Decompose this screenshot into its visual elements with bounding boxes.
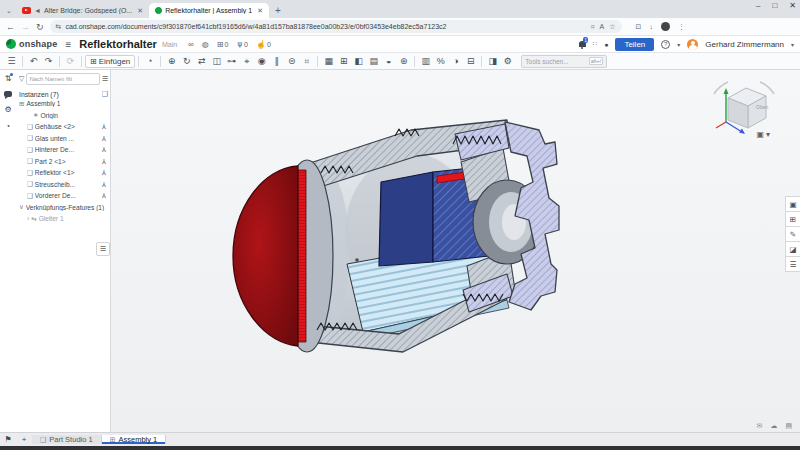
comments-tab-icon[interactable] [4, 91, 12, 97]
passkey-icon[interactable]: ⌗ [591, 23, 595, 31]
mate-connector-icon[interactable]: Y [102, 158, 106, 165]
planar-mate-icon[interactable]: ◫ [209, 55, 224, 68]
mate-relation-icon[interactable]: ⊞ [336, 55, 351, 68]
help-caret-icon[interactable]: ▾ [677, 41, 680, 48]
back-icon[interactable]: ← [6, 22, 15, 32]
assembly-3d-model[interactable] [111, 70, 800, 432]
list-options-icon[interactable]: ☰ [102, 75, 108, 83]
assembly-list-icon[interactable]: ☰ [4, 55, 19, 68]
tree-item-part[interactable]: ❑Part 2 <1>Y [19, 156, 108, 168]
chevron-right-icon[interactable]: › [27, 215, 29, 222]
display-states-icon[interactable]: ◑ [448, 55, 463, 68]
message-icon[interactable]: ✉ [757, 422, 763, 430]
mate-features-header[interactable]: ∨Verknüpfungs-Features (1) [19, 202, 108, 214]
tree-item-part[interactable]: ❑Hinterer De...Y [19, 144, 108, 156]
tab-search-icon[interactable]: ⌄ [4, 6, 14, 16]
help-button[interactable]: ? [661, 40, 670, 49]
user-avatar[interactable] [687, 39, 698, 50]
revolute-mate-icon[interactable]: ↻ [179, 55, 194, 68]
mate-connector-icon[interactable]: Y [102, 135, 106, 142]
workspace-name[interactable]: Main [162, 41, 177, 48]
browser-tab-youtube[interactable]: ◄ Alter Bridge: Godspeed (O... ✕ [16, 3, 149, 18]
circular-pattern-icon[interactable]: ◒ [381, 55, 396, 68]
undo-icon[interactable]: ↶ [26, 55, 41, 68]
instances-panel-icon[interactable]: ❑ [102, 90, 108, 98]
omnibox[interactable]: ⇆ cad.onshape.com/documents/c9f301870ef6… [50, 20, 622, 33]
render-panel-icon[interactable]: ▣ [785, 196, 800, 212]
bookmark-star-icon[interactable]: ☆ [609, 23, 615, 31]
parallel-mate-icon[interactable]: ∥ [269, 55, 284, 68]
tool-search-input[interactable]: Tools suchen...alt+/ [521, 55, 607, 68]
tree-item-part[interactable]: ❑Vorderer De...Y [19, 190, 108, 202]
device-icon[interactable]: ▤ [785, 422, 792, 430]
add-element-button[interactable]: + [16, 433, 32, 446]
section-panel-icon[interactable]: ◪ [785, 241, 800, 257]
graphics-viewport[interactable]: Oben ▣ ▾ ▣⊞✎◪☰ ✉☁▤ [111, 70, 800, 432]
history-icon[interactable]: ◔ [142, 55, 157, 68]
notifications-bell-icon[interactable]: 1 [579, 41, 586, 47]
slider-mate-icon[interactable]: ⇄ [194, 55, 209, 68]
settings-icon[interactable]: ⚙ [500, 55, 515, 68]
tab-close-icon[interactable]: ✕ [137, 7, 143, 15]
copy-document-icon[interactable]: ⊞ [217, 40, 224, 49]
snapshot-icon[interactable]: ◧ [351, 55, 366, 68]
mate-connector-icon[interactable]: Y [102, 123, 106, 130]
edit-panel-icon[interactable]: ✎ [785, 226, 800, 242]
filter-icon[interactable]: ▽ [19, 75, 24, 83]
learning-center-icon[interactable]: ● [604, 41, 608, 48]
filter-name-input[interactable]: Nach Namen filt [26, 73, 99, 85]
versions-tab-icon[interactable]: ◔ [6, 122, 11, 131]
site-info-icon[interactable]: ⇆ [56, 23, 62, 31]
tangent-mate-icon[interactable]: ⊜ [284, 55, 299, 68]
section-view-icon[interactable]: ◨ [485, 55, 500, 68]
new-tab-button[interactable]: + [275, 5, 281, 16]
apps-icon[interactable]: ∷ [593, 40, 597, 48]
forward-icon[interactable]: → [21, 22, 30, 32]
ball-mate-icon[interactable]: ◉ [254, 55, 269, 68]
browser-tab-onshape[interactable]: Reflektorhalter | Assembly 1 ✕ [149, 3, 269, 18]
fork-icon[interactable]: ⋔ [236, 40, 243, 49]
fasten-mate-icon[interactable]: ⊕ [164, 55, 179, 68]
maximize-button[interactable]: □ [772, 1, 777, 10]
bom-icon[interactable]: ▥ [418, 55, 433, 68]
tree-item-part[interactable]: ❑Gehäuse <2>Y [19, 121, 108, 133]
view-selector-button[interactable]: ▣ ▾ [756, 130, 770, 139]
tree-item-part[interactable]: ❑Reflektor <1>Y [19, 167, 108, 179]
link-icon[interactable]: ∞ [188, 40, 194, 49]
close-button[interactable]: ✕ [789, 1, 796, 10]
document-menu-icon[interactable]: ≡ [65, 39, 71, 50]
translate-icon[interactable]: A [600, 23, 605, 30]
mate-connector-icon[interactable]: ⌗ [299, 55, 314, 68]
extensions-icon[interactable]: ⊡ [636, 23, 642, 31]
onshape-logo-icon[interactable] [6, 39, 16, 49]
user-menu-caret-icon[interactable]: ▾ [791, 41, 794, 48]
reload-icon[interactable]: ↻ [36, 22, 44, 32]
sync-disabled-icon[interactable]: ⟳ [63, 55, 78, 68]
globe-icon[interactable]: ◍ [202, 40, 209, 49]
user-name[interactable]: Gerhard Zimmermann [705, 40, 784, 49]
share-button[interactable]: Teilen [615, 38, 654, 51]
menu-kebab-icon[interactable]: ⋮ [678, 23, 685, 31]
linear-pattern-icon[interactable]: ▤ [366, 55, 381, 68]
tab-close-icon[interactable]: ✕ [257, 7, 263, 15]
redo-icon[interactable]: ↷ [41, 55, 56, 68]
tree-item-part[interactable]: ❑Glas unten ...Y [19, 133, 108, 145]
pin-slot-mate-icon[interactable]: ⌖ [239, 55, 254, 68]
speaker-muted-icon[interactable]: ◄ [34, 7, 41, 14]
named-views-icon[interactable]: ⊟ [463, 55, 478, 68]
group-icon[interactable]: ▦ [321, 55, 336, 68]
tree-item-assembly[interactable]: ⊞Assembly 1 [19, 98, 108, 110]
structure-tab-icon[interactable]: ⇅ [5, 74, 12, 83]
insert-button[interactable]: ⊞Einfügen [85, 55, 135, 68]
mate-connector-icon[interactable]: Y [102, 192, 106, 199]
element-tab-part-studio-1[interactable]: ❑Part Studio 1 [32, 435, 102, 444]
explode-icon[interactable]: ⊛ [396, 55, 411, 68]
panel-resize-handle[interactable]: ☰ [96, 242, 110, 256]
tree-item-origin[interactable]: ∗Origin [19, 110, 108, 122]
tab-manager-icon[interactable]: ⚑ [0, 433, 16, 446]
element-tab-assembly-1[interactable]: ⊞Assembly 1 [102, 435, 167, 444]
list-panel-icon[interactable]: ☰ [785, 256, 800, 272]
appearance-panel-icon[interactable]: ⊞ [785, 211, 800, 227]
onshape-logo-text[interactable]: onshape [19, 39, 57, 49]
interference-icon[interactable]: % [433, 55, 448, 68]
